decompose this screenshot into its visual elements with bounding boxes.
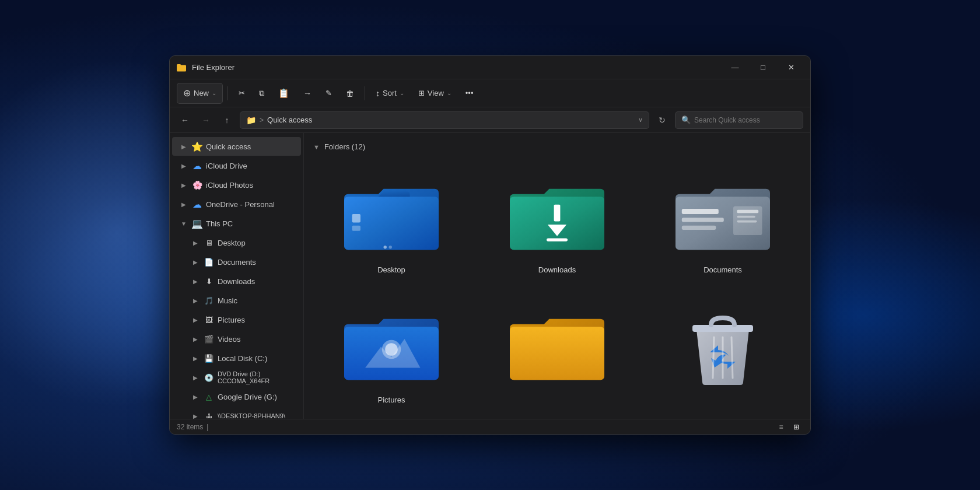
folder-thumbnail xyxy=(664,298,781,391)
folder-item-generic[interactable] xyxy=(479,290,635,411)
sidebar-item-videos[interactable]: ▶ 🎬 Videos xyxy=(172,330,301,348)
maximize-button[interactable]: □ xyxy=(750,59,776,76)
new-button[interactable]: ⊕ New ⌄ xyxy=(177,83,223,104)
expand-arrow-icloud: ▶ xyxy=(179,161,188,170)
pictures-icon: 🖼 xyxy=(204,314,214,325)
separator-1 xyxy=(228,86,228,100)
folder-name: Downloads xyxy=(538,265,576,274)
search-box[interactable]: 🔍 xyxy=(675,111,803,129)
sidebar-item-desktop[interactable]: ▶ 🖥 Desktop xyxy=(172,233,301,252)
delete-button[interactable]: 🗑 xyxy=(340,83,360,104)
sidebar-item-documents[interactable]: ▶ 📄 Documents xyxy=(172,253,301,271)
minimize-button[interactable]: — xyxy=(722,59,748,76)
grid-view-button[interactable]: ⊞ xyxy=(789,421,803,433)
address-folder-icon: 📁 xyxy=(246,116,256,125)
expand-arrow-downloads: ▶ xyxy=(191,276,200,286)
svg-rect-7 xyxy=(682,218,724,222)
paste-icon: 📋 xyxy=(278,88,289,99)
sidebar-item-quick-access[interactable]: ▶ ⭐ Quick access xyxy=(172,137,301,156)
expand-arrow-onedrive: ▶ xyxy=(179,200,188,209)
expand-arrow-pictures: ▶ xyxy=(191,315,200,324)
close-button[interactable]: ✕ xyxy=(778,59,804,76)
expand-arrow-videos: ▶ xyxy=(191,334,200,344)
sort-button[interactable]: ↕ Sort ⌄ xyxy=(370,83,410,104)
videos-icon: 🎬 xyxy=(204,334,214,344)
svg-rect-10 xyxy=(737,210,758,213)
sidebar-item-google-drive[interactable]: ▶ △ Google Drive (G:) xyxy=(172,387,301,406)
local-disk-icon: 💾 xyxy=(204,353,214,363)
sidebar-item-onedrive[interactable]: ▶ ☁ OneDrive - Personal xyxy=(172,195,301,214)
cut-icon: ✂ xyxy=(239,89,245,97)
folder-item-recycle-bin[interactable] xyxy=(645,290,801,411)
expand-arrow-music: ▶ xyxy=(191,296,200,305)
google-drive-icon: △ xyxy=(204,391,214,402)
folder-item-pictures[interactable]: Pictures xyxy=(313,290,470,411)
section-header: ▼ Folders (12) xyxy=(313,142,801,151)
sort-icon: ↕ xyxy=(376,89,380,98)
sidebar-item-icloud-photos[interactable]: ▶ 🌸 iCloud Photos xyxy=(172,176,301,194)
move-button[interactable]: → xyxy=(298,83,317,104)
sidebar-item-label: Desktop xyxy=(218,239,296,247)
svg-rect-4 xyxy=(554,205,561,222)
view-icon: ⊞ xyxy=(418,89,425,97)
up-button[interactable]: ↑ xyxy=(219,112,235,128)
section-chevron-icon: ▼ xyxy=(313,144,320,150)
sidebar-item-label: Local Disk (C:) xyxy=(218,354,296,363)
list-view-button[interactable]: ≡ xyxy=(774,421,788,433)
expand-arrow-documents: ▶ xyxy=(191,257,200,267)
sidebar-item-pictures[interactable]: ▶ 🖼 Pictures xyxy=(172,310,301,329)
sidebar-item-label: Google Drive (G:) xyxy=(218,393,296,401)
icloud-photos-icon: 🌸 xyxy=(192,180,202,190)
back-button[interactable]: ← xyxy=(177,112,193,128)
svg-rect-11 xyxy=(737,216,755,218)
folder-thumbnail xyxy=(333,298,450,391)
expand-arrow-icloud-photos: ▶ xyxy=(179,180,188,190)
sidebar-item-dvd-drive[interactable]: ▶ 💿 DVD Drive (D:) CCCOMA_X64FR xyxy=(172,368,301,387)
paste-button[interactable]: 📋 xyxy=(272,83,295,104)
svg-point-3 xyxy=(389,246,392,249)
window-title: File Explorer xyxy=(192,63,722,72)
sidebar-item-this-pc[interactable]: ▼ 💻 This PC xyxy=(172,214,301,233)
sidebar-item-label: Pictures xyxy=(218,316,296,324)
search-input[interactable] xyxy=(694,116,797,124)
sidebar-item-label: DVD Drive (D:) CCCOMA_X64FR xyxy=(218,370,296,384)
forward-button[interactable]: → xyxy=(198,112,214,128)
folder-name: Documents xyxy=(704,265,742,274)
view-button[interactable]: ⊞ View ⌄ xyxy=(412,83,457,104)
svg-line-18 xyxy=(732,337,733,378)
refresh-button[interactable]: ↻ xyxy=(654,112,670,128)
folder-item-desktop[interactable]: Desktop xyxy=(313,160,470,281)
address-bar[interactable]: 📁 > Quick access ∨ xyxy=(240,111,649,129)
sidebar-item-local-disk[interactable]: ▶ 💾 Local Disk (C:) xyxy=(172,349,301,368)
rename-button[interactable]: ✎ xyxy=(320,83,338,104)
folder-item-downloads[interactable]: Downloads xyxy=(479,160,635,281)
sidebar-item-label: iCloud Photos xyxy=(206,181,296,190)
new-icon: ⊕ xyxy=(183,88,191,99)
network-icon: 🖧 xyxy=(204,411,214,419)
svg-rect-12 xyxy=(737,220,757,223)
sidebar-item-label: Quick access xyxy=(206,142,296,151)
onedrive-icon: ☁ xyxy=(192,199,202,209)
more-button[interactable]: ••• xyxy=(460,83,480,104)
copy-button[interactable]: ⧉ xyxy=(253,83,270,104)
svg-rect-1 xyxy=(352,226,360,231)
new-label: New xyxy=(194,89,209,97)
status-separator: | xyxy=(206,423,208,431)
expand-arrow-google-drive: ▶ xyxy=(191,392,200,401)
quick-access-icon: ⭐ xyxy=(192,141,202,152)
main-content: ▶ ⭐ Quick access ▶ ☁ iCloud Drive ▶ 🌸 iC… xyxy=(170,133,810,419)
new-arrow-icon: ⌄ xyxy=(212,90,216,96)
svg-point-2 xyxy=(384,246,387,249)
folder-item-documents[interactable]: Documents xyxy=(645,160,801,281)
sidebar-item-network[interactable]: ▶ 🖧 \\DESKTOP-8PHHAN9\ xyxy=(172,407,301,419)
cut-button[interactable]: ✂ xyxy=(233,83,251,104)
sidebar-item-icloud-drive[interactable]: ▶ ☁ iCloud Drive xyxy=(172,156,301,175)
more-icon: ••• xyxy=(466,89,474,97)
rename-icon: ✎ xyxy=(326,89,332,97)
view-toggle-buttons: ≡ ⊞ xyxy=(774,421,803,433)
sidebar-item-downloads[interactable]: ▶ ⬇ Downloads xyxy=(172,272,301,290)
statusbar: 32 items | ≡ ⊞ xyxy=(170,419,810,434)
sidebar-item-music[interactable]: ▶ 🎵 Music xyxy=(172,291,301,310)
svg-line-16 xyxy=(713,337,714,378)
svg-rect-8 xyxy=(682,226,716,230)
